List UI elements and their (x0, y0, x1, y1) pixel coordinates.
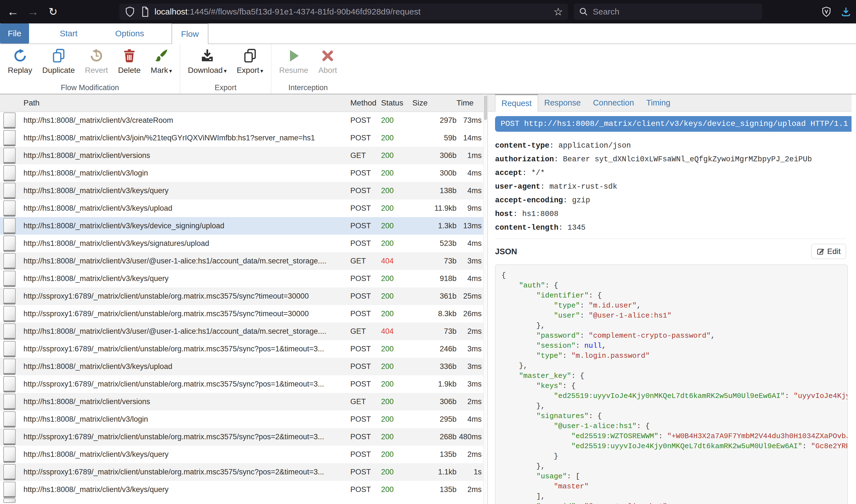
column-header-path[interactable]: Path (18, 94, 348, 112)
flow-row[interactable]: http://ssproxy1:6789/_matrix/client/unst… (0, 340, 483, 358)
search-bar[interactable]: Search (574, 4, 762, 20)
flow-path: http://hs1:8008/_matrix/client/v3/keys/u… (18, 358, 348, 375)
flow-time: 3ms (457, 358, 483, 375)
flow-row[interactable]: http://hs1:8008/_matrix/client/v3/keys/q… (0, 481, 483, 499)
flow-row[interactable]: http://ssproxy1:6789/_matrix/client/unst… (0, 375, 483, 393)
flow-row[interactable]: http://hs1:8008/_matrix/client/v3/user/@… (0, 252, 483, 270)
flow-size: 135b (406, 481, 457, 499)
flow-row[interactable]: http://hs1:8008/_matrix/client/versionsG… (0, 393, 483, 411)
flow-status: 200 (381, 164, 406, 182)
detail-tab-request[interactable]: Request (495, 94, 538, 112)
detail-tab-response[interactable]: Response (538, 94, 587, 111)
status-code: 200 (381, 239, 394, 248)
delete-button[interactable]: Delete (113, 48, 145, 75)
flow-row[interactable]: http://ssproxy1:6789/_matrix/client/unst… (0, 287, 483, 305)
status-code: 200 (381, 433, 394, 441)
flow-row[interactable]: http://hs1:8008/_matrix/client/v3/keys/q… (0, 182, 483, 200)
shield-icon[interactable] (124, 6, 136, 17)
resource-document-icon (3, 236, 16, 252)
flow-row[interactable]: http://hs1:8008/_matrix/client/v3/keys/d… (0, 217, 483, 235)
request-headers: content-type: application/jsonauthorizat… (495, 139, 852, 235)
revert-button[interactable]: Revert (80, 48, 113, 75)
detail-tab-timing[interactable]: Timing (640, 94, 677, 111)
request-detail: POST http://hs1:8008/_matrix/client/v3/k… (488, 112, 852, 504)
flow-row[interactable]: http://ssproxy1:6789/_matrix/client/unst… (0, 428, 483, 446)
json-body: { "auth": { "identifier": { "type": "m.i… (501, 270, 848, 504)
column-header-method[interactable]: Method (348, 94, 381, 112)
flow-row[interactable]: http://hs1:8008/_matrix/client/v3/user/@… (0, 323, 483, 340)
flow-row[interactable]: http://hs1:8008/_matrix/client/v3/keys/q… (0, 446, 483, 463)
flow-row[interactable]: http://hs1:8008/_matrix/client/v3/join/%… (0, 129, 483, 147)
resource-document-icon (3, 464, 16, 480)
json-body-box[interactable]: { "auth": { "identifier": { "type": "m.i… (495, 265, 848, 504)
reload-icon[interactable]: ↻ (45, 0, 62, 23)
flow-row[interactable]: http://hs1:8008/_matrix/client/v3/keys/u… (0, 200, 483, 217)
flow-row[interactable]: http://hs1:8008/_matrix/client/v3/create… (0, 112, 483, 129)
flow-method: GET (348, 252, 381, 270)
duplicate-button[interactable]: Duplicate (37, 48, 80, 75)
abort-button[interactable]: Abort (313, 48, 342, 75)
tab-flow-active[interactable]: Flow (172, 23, 208, 44)
extension-shield-icon[interactable] (821, 6, 832, 17)
page-info-icon[interactable] (139, 6, 151, 17)
flow-row[interactable] (0, 499, 483, 503)
mitmweb-window: ← → ↻ localhost:1445/#/flows/fba5f13d-91… (0, 0, 856, 504)
resource-document-icon (3, 253, 16, 269)
download-button[interactable]: Download▾ (183, 48, 232, 75)
flow-size: 918b (406, 270, 457, 287)
back-icon[interactable]: ← (4, 0, 21, 23)
flow-size: 297b (406, 112, 457, 129)
tab-start[interactable]: Start (57, 23, 80, 43)
resource-document-icon (3, 306, 16, 322)
resource-document-icon (3, 183, 16, 199)
flow-path: http://hs1:8008/_matrix/client/v3/join/%… (18, 129, 348, 147)
edit-button[interactable]: Edit (811, 244, 846, 259)
scrollbar-thumb[interactable] (484, 95, 487, 120)
dropdown-caret-icon: ▾ (169, 68, 172, 74)
browser-toolbar: ← → ↻ localhost:1445/#/flows/fba5f13d-91… (0, 0, 856, 23)
bookmark-star-icon[interactable]: ☆ (553, 5, 563, 18)
tab-options[interactable]: Options (112, 23, 147, 43)
flow-row[interactable]: http://hs1:8008/_matrix/client/v3/loginP… (0, 411, 483, 428)
resume-button[interactable]: Resume (274, 48, 313, 75)
flow-row[interactable]: http://ssproxy1:6789/_matrix/client/unst… (0, 305, 483, 323)
forward-icon[interactable]: → (24, 0, 41, 23)
flow-row[interactable]: http://hs1:8008/_matrix/client/v3/keys/u… (0, 358, 483, 375)
column-header-time[interactable]: Time (457, 94, 483, 112)
flow-time: 3ms (457, 375, 483, 393)
mark-button[interactable]: Mark▾ (145, 48, 177, 75)
column-header-size[interactable]: Size (406, 94, 457, 112)
toolbar-button-label: Duplicate (42, 66, 75, 75)
flow-method: POST (348, 112, 381, 129)
column-header-icon (0, 94, 18, 112)
flow-path: http://hs1:8008/_matrix/client/v3/login (18, 411, 348, 428)
flow-method: POST (348, 340, 381, 358)
flow-row[interactable]: http://hs1:8008/_matrix/client/v3/keys/s… (0, 235, 483, 252)
file-menu-button[interactable]: File (0, 23, 29, 43)
detail-tab-connection[interactable]: Connection (587, 94, 640, 111)
resource-document-icon (3, 447, 16, 463)
request-header-line: content-type: application/json (495, 139, 852, 152)
flow-row[interactable]: http://hs1:8008/_matrix/client/v3/loginP… (0, 164, 483, 182)
url-host: localhost (154, 7, 187, 16)
request-header-line: user-agent: matrix-rust-sdk (495, 180, 852, 194)
url-bar[interactable]: localhost:1445/#/flows/fba5f13d-91e1-437… (119, 4, 568, 20)
flow-time: 25ms (457, 287, 483, 305)
resource-document-icon (3, 148, 16, 164)
request-line[interactable]: POST http://hs1:8008/_matrix/client/v3/k… (495, 116, 852, 132)
flow-row[interactable]: http://hs1:8008/_matrix/client/v3/keys/q… (0, 270, 483, 287)
flow-path: http://hs1:8008/_matrix/client/v3/keys/d… (18, 217, 348, 235)
toolbar-button-label: Export▾ (237, 66, 263, 75)
flow-row[interactable]: http://ssproxy1:6789/_matrix/client/unst… (0, 463, 483, 481)
export-button[interactable]: Export▾ (232, 48, 268, 75)
flow-list: PathMethodStatusSizeTime http://hs1:8008… (0, 94, 483, 504)
downloads-icon[interactable] (840, 6, 852, 17)
flow-time: 4ms (457, 270, 483, 287)
flow-row[interactable]: http://hs1:8008/_matrix/client/versionsG… (0, 147, 483, 164)
replay-button[interactable]: Replay (3, 48, 37, 75)
flow-list-scrollbar[interactable] (483, 94, 488, 504)
flow-path: http://ssproxy1:6789/_matrix/client/unst… (18, 287, 348, 305)
column-header-status[interactable]: Status (381, 94, 406, 112)
flow-status (381, 499, 406, 503)
copy-icon (242, 48, 258, 64)
